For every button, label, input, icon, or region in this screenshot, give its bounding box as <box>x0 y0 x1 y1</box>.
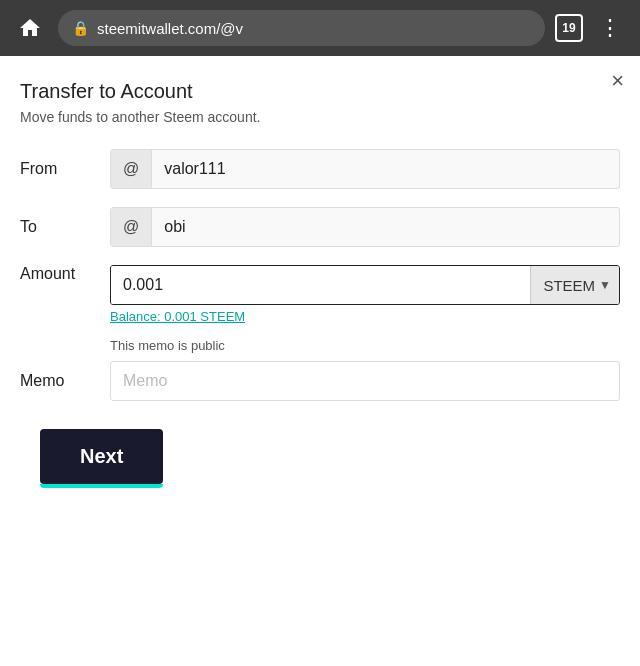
tab-count[interactable]: 19 <box>555 14 583 42</box>
to-input[interactable] <box>152 208 619 246</box>
amount-row: Amount STEEM ▼ <box>20 265 620 305</box>
to-label: To <box>20 218 110 236</box>
to-input-wrapper: @ <box>110 207 620 247</box>
from-input-wrapper: @ <box>110 149 620 189</box>
currency-label: STEEM <box>543 277 595 294</box>
memo-label: Memo <box>20 372 110 390</box>
from-row: From @ <box>20 149 620 189</box>
dialog-title: Transfer to Account <box>20 80 620 103</box>
balance-text[interactable]: Balance: 0.001 STEEM <box>110 309 620 324</box>
url-bar[interactable]: 🔒 steemitwallet.com/@v <box>58 10 545 46</box>
memo-input[interactable] <box>110 361 620 401</box>
currency-dropdown-arrow: ▼ <box>599 278 611 292</box>
from-input[interactable] <box>152 150 619 188</box>
memo-row: Memo <box>20 361 620 401</box>
amount-input-group: STEEM ▼ <box>110 265 620 305</box>
dialog-subtitle: Move funds to another Steem account. <box>20 109 620 125</box>
currency-selector[interactable]: STEEM ▼ <box>530 266 619 304</box>
to-row: To @ <box>20 207 620 247</box>
browser-chrome: 🔒 steemitwallet.com/@v 19 ⋮ <box>0 0 640 56</box>
url-text: steemitwallet.com/@v <box>97 20 243 37</box>
transfer-dialog: × Transfer to Account Move funds to anot… <box>0 56 640 666</box>
close-button[interactable]: × <box>611 70 624 92</box>
browser-menu-button[interactable]: ⋮ <box>593 11 628 45</box>
memo-public-notice: This memo is public <box>110 338 620 353</box>
home-button[interactable] <box>12 10 48 46</box>
home-icon <box>18 16 42 40</box>
amount-label: Amount <box>20 265 110 283</box>
lock-icon: 🔒 <box>72 20 89 36</box>
from-at-prefix: @ <box>111 150 152 188</box>
from-label: From <box>20 160 110 178</box>
amount-input[interactable] <box>111 266 530 304</box>
to-at-prefix: @ <box>111 208 152 246</box>
next-button[interactable]: Next <box>40 429 163 484</box>
